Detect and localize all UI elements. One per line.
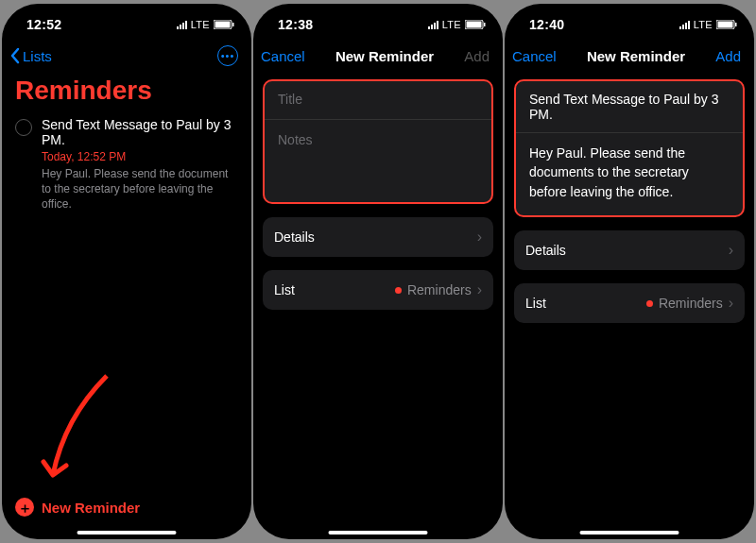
status-bar: 12:40 LTE (505, 4, 754, 38)
add-button[interactable]: Add (715, 48, 741, 64)
title-input[interactable]: Send Text Message to Paul by 3 PM. (516, 81, 743, 132)
back-label: Lists (23, 48, 52, 64)
home-indicator[interactable] (580, 531, 679, 535)
svg-rect-4 (467, 22, 482, 28)
reminder-title: Send Text Message to Paul by 3 PM. (42, 117, 238, 147)
cancel-button[interactable]: Cancel (512, 48, 557, 64)
details-label: Details (274, 229, 315, 245)
status-time: 12:52 (26, 17, 61, 32)
annotation-arrow-icon (36, 371, 121, 494)
nav-bar: Cancel New Reminder Add (253, 38, 503, 74)
complete-radio[interactable] (15, 119, 32, 136)
home-indicator[interactable] (329, 531, 428, 535)
network-label: LTE (191, 19, 210, 30)
status-indicators: LTE (428, 19, 486, 30)
status-bar: 12:38 LTE (253, 4, 503, 38)
notes-input[interactable]: Hey Paul. Please send the documents to t… (516, 132, 743, 215)
status-bar: 12:52 LTE (2, 4, 251, 38)
svg-rect-8 (735, 23, 737, 26)
list-row[interactable]: List Reminders › (263, 270, 493, 310)
network-label: LTE (694, 19, 713, 30)
status-indicators: LTE (679, 19, 737, 30)
chevron-right-icon: › (477, 281, 482, 298)
nav-bar: Lists ••• (2, 38, 251, 74)
status-indicators: LTE (177, 19, 234, 30)
add-label: Add (464, 48, 490, 64)
add-button[interactable]: Add (464, 48, 490, 64)
signal-icon (428, 20, 438, 29)
screen-reminders-list: 12:52 LTE Lists ••• Reminders Send Text … (2, 4, 251, 539)
battery-icon (716, 20, 737, 29)
title-input[interactable]: Title (265, 81, 491, 119)
cancel-button[interactable]: Cancel (261, 48, 305, 64)
chevron-right-icon: › (729, 295, 733, 312)
plus-circle-icon: ＋ (15, 498, 34, 517)
back-button[interactable]: Lists (9, 47, 52, 64)
screen-new-reminder-filled: 12:40 LTE Cancel New Reminder Add Send T… (505, 4, 754, 539)
list-value: Reminders (407, 282, 472, 297)
modal-title: New Reminder (335, 48, 434, 64)
cancel-label: Cancel (261, 48, 305, 64)
list-color-dot-icon (395, 287, 402, 294)
svg-rect-1 (215, 22, 231, 28)
ellipsis-icon: ••• (221, 50, 235, 61)
notes-input[interactable]: Notes (265, 119, 491, 202)
title-notes-card: Title Notes (263, 79, 493, 204)
reminder-due: Today, 12:52 PM (42, 150, 238, 163)
screen-new-reminder-empty: 12:38 LTE Cancel New Reminder Add Title … (253, 4, 503, 539)
details-row[interactable]: Details › (514, 230, 745, 270)
modal-title: New Reminder (587, 48, 685, 64)
list-label: List (274, 282, 295, 297)
details-label: Details (525, 243, 566, 258)
network-label: LTE (442, 19, 461, 30)
signal-icon (679, 20, 690, 29)
list-row[interactable]: List Reminders › (514, 283, 745, 323)
more-button[interactable]: ••• (217, 45, 238, 66)
new-reminder-label: New Reminder (42, 500, 140, 516)
cancel-label: Cancel (512, 48, 557, 64)
battery-icon (214, 20, 234, 29)
status-time: 12:38 (278, 17, 313, 32)
list-title: Reminders (2, 74, 251, 115)
title-notes-card: Send Text Message to Paul by 3 PM. Hey P… (514, 79, 745, 217)
new-reminder-button[interactable]: ＋ New Reminder (2, 488, 251, 522)
list-color-dot-icon (646, 300, 653, 307)
battery-icon (465, 20, 486, 29)
home-indicator[interactable] (77, 531, 177, 535)
svg-rect-5 (484, 23, 486, 26)
reminder-content: Send Text Message to Paul by 3 PM. Today… (42, 117, 238, 212)
list-label: List (525, 296, 546, 311)
list-value: Reminders (659, 296, 723, 311)
svg-rect-2 (232, 23, 234, 26)
nav-bar: Cancel New Reminder Add (505, 38, 754, 74)
chevron-left-icon (9, 47, 21, 64)
signal-icon (177, 20, 187, 29)
reminder-item[interactable]: Send Text Message to Paul by 3 PM. Today… (2, 115, 251, 220)
chevron-right-icon: › (477, 229, 482, 246)
status-time: 12:40 (529, 17, 564, 32)
add-label: Add (715, 48, 741, 64)
details-row[interactable]: Details › (263, 217, 493, 257)
svg-rect-7 (718, 22, 733, 28)
reminder-notes: Hey Paul. Please send the document to th… (42, 166, 238, 212)
chevron-right-icon: › (729, 242, 733, 259)
